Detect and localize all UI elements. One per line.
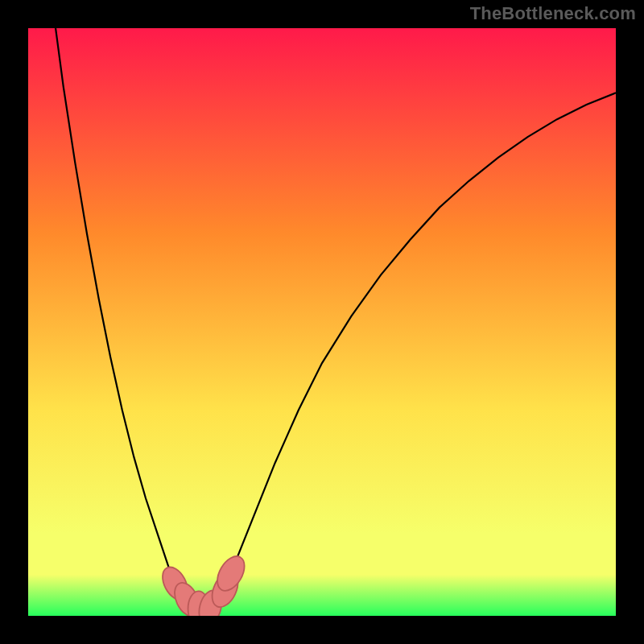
chart-frame: TheBottleneck.com — [0, 0, 644, 644]
watermark-text: TheBottleneck.com — [470, 3, 636, 24]
bottleneck-chart — [28, 28, 616, 616]
plot-area — [28, 28, 616, 616]
gradient-background — [28, 28, 616, 616]
